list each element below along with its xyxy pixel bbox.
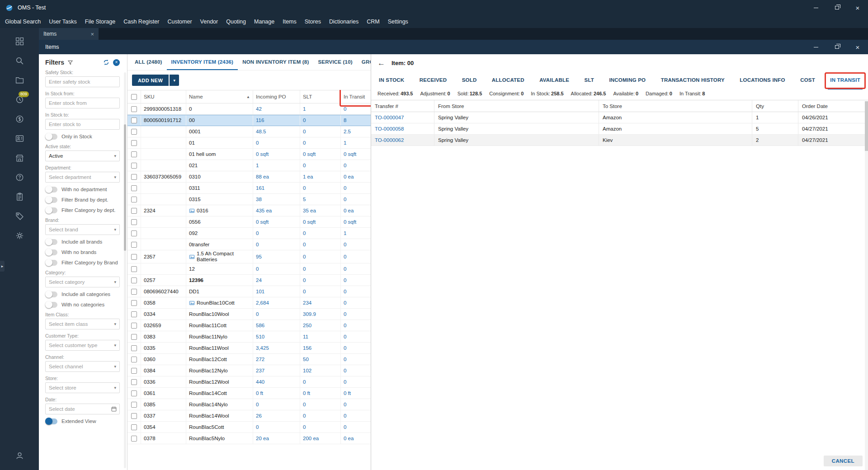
date-input[interactable] <box>45 404 120 414</box>
item-row[interactable]: 0334RounBlac10Wool0309.90 <box>127 309 371 320</box>
detail-tab-in-stock[interactable]: IN STOCK <box>377 71 406 89</box>
item-row[interactable]: 23240316435 ea35 ea0 ea <box>127 205 371 216</box>
item-class-select[interactable]: Select item class▾ <box>45 319 120 329</box>
transfer-column-transfer[interactable]: Transfer # <box>371 100 434 112</box>
sidebar-user-icon[interactable] <box>9 446 29 465</box>
detail-tab-slt[interactable]: SLT <box>582 71 596 89</box>
sidebar-help-icon[interactable] <box>9 168 29 187</box>
row-checkbox[interactable] <box>131 289 137 295</box>
row-checkbox[interactable] <box>131 390 137 396</box>
cancel-button[interactable]: CANCEL <box>824 456 863 466</box>
toggle-switch[interactable] <box>45 260 57 266</box>
row-checkbox[interactable] <box>131 368 137 374</box>
column-header-name[interactable]: Name▲ <box>186 90 253 103</box>
toggle-only-in-stock[interactable]: Only in Stock <box>45 133 120 140</box>
inner-close-button[interactable]: × <box>847 40 868 54</box>
transfer-number-link[interactable]: TO-0000047 <box>371 112 434 123</box>
store-select[interactable]: Select store▾ <box>45 382 120 393</box>
item-row[interactable]: 3360373065059031088 ea1 ea0 ea <box>127 171 371 183</box>
row-checkbox[interactable] <box>131 140 137 146</box>
menu-item-dictionaries[interactable]: Dictionaries <box>325 15 363 28</box>
menu-item-items[interactable]: Items <box>278 15 301 28</box>
toggle-with-no-brands[interactable]: With no brands <box>45 249 120 256</box>
item-row[interactable]: 0transfer000 <box>127 239 371 250</box>
minimize-button[interactable] <box>806 0 826 15</box>
detail-tab-received[interactable]: RECEIVED <box>417 71 449 89</box>
detail-tab-available[interactable]: AVAILABLE <box>537 71 571 89</box>
menu-item-global-search[interactable]: Global Search <box>1 15 45 28</box>
toggle-include-all-categories[interactable]: Include all categories <box>45 291 120 298</box>
add-new-dropdown-button[interactable]: ▾ <box>170 75 179 86</box>
item-row[interactable]: 0378RounBlac5Nylo20 ea200 ea0 ea <box>127 433 371 444</box>
row-checkbox[interactable] <box>131 151 137 157</box>
detail-scrollbar[interactable] <box>865 101 868 470</box>
row-checkbox[interactable] <box>131 413 137 419</box>
brand-select[interactable]: Select brand▾ <box>45 224 120 235</box>
detail-tab-incoming-po[interactable]: INCOMING PO <box>607 71 648 89</box>
transfer-column-qty[interactable]: Qty <box>752 100 798 112</box>
sidebar-dashboard-icon[interactable] <box>9 32 29 51</box>
safety-stock-input[interactable] <box>45 76 120 87</box>
department-select[interactable]: Select department▾ <box>45 172 120 183</box>
row-checkbox[interactable] <box>131 379 137 385</box>
sidebar-store-icon[interactable] <box>9 148 29 168</box>
row-checkbox[interactable] <box>131 277 137 283</box>
row-checkbox[interactable] <box>131 129 137 135</box>
item-row[interactable]: 0358RounBlac10Cott2,6842340 <box>127 297 371 309</box>
row-checkbox[interactable] <box>131 402 137 408</box>
menu-item-crm[interactable]: CRM <box>363 15 383 28</box>
toggle-switch[interactable] <box>45 418 57 424</box>
row-checkbox[interactable] <box>131 230 137 236</box>
detail-tab-in-transit[interactable]: IN TRANSIT <box>828 71 863 89</box>
row-checkbox[interactable] <box>131 436 137 442</box>
transfer-column-from-store[interactable]: From Store <box>434 100 599 112</box>
toggle-extended-view[interactable]: Extended View <box>45 418 120 425</box>
toggle-switch[interactable] <box>45 187 57 193</box>
item-row[interactable]: 299930005131804210 <box>127 103 371 115</box>
row-checkbox[interactable] <box>131 219 137 225</box>
row-checkbox[interactable] <box>131 311 137 317</box>
item-row[interactable]: 0257123962400 <box>127 275 371 286</box>
maximize-button[interactable] <box>826 0 847 15</box>
item-row[interactable]: 0335RounBlac11Wool3,4251560 <box>127 343 371 354</box>
row-checkbox[interactable] <box>131 242 137 248</box>
row-checkbox[interactable] <box>131 208 137 214</box>
sidebar-clipboard-icon[interactable] <box>9 187 29 207</box>
row-checkbox[interactable] <box>131 300 137 306</box>
transfer-number-link[interactable]: TO-0000058 <box>371 123 434 134</box>
row-checkbox[interactable] <box>131 197 137 202</box>
toggle-switch[interactable] <box>45 291 57 297</box>
row-checkbox[interactable] <box>131 174 137 180</box>
row-checkbox[interactable] <box>131 424 137 430</box>
toggle-switch[interactable] <box>45 239 57 245</box>
menu-item-manage[interactable]: Manage <box>250 15 278 28</box>
item-row[interactable]: 0354RounBlac5Cott000 <box>127 422 371 433</box>
in-stock-from-input[interactable] <box>45 98 120 108</box>
transfer-row[interactable]: TO-0000047Spring ValleyAmazon104/26/2021 <box>371 112 868 123</box>
row-checkbox[interactable] <box>131 118 137 123</box>
transfer-column-to-store[interactable]: To Store <box>599 100 752 112</box>
sidebar-tag-icon[interactable] <box>9 207 29 226</box>
row-checkbox[interactable] <box>131 106 137 112</box>
active-state-select[interactable]: Active▾ <box>45 150 120 161</box>
item-row[interactable]: 01001 <box>127 137 371 149</box>
item-row[interactable]: 0383RounBlac11Nylo510110 <box>127 331 371 343</box>
column-header-slt[interactable]: SLT <box>300 90 341 103</box>
channel-select[interactable]: Select channel▾ <box>45 361 120 372</box>
toggle-switch[interactable] <box>45 207 57 213</box>
item-type-tab-service-10[interactable]: SERVICE (10) <box>313 54 357 70</box>
row-checkbox[interactable] <box>131 345 137 351</box>
sidebar-settings-icon[interactable] <box>9 226 29 245</box>
toggle-filter-category-by-brand[interactable]: Filter Category by Brand <box>45 259 120 266</box>
detail-tab-allocated[interactable]: ALLOCATED <box>490 71 527 89</box>
item-row[interactable]: 0337RounBlac14Wool2600 <box>127 410 371 422</box>
item-row[interactable]: 000148.502.5 <box>127 126 371 137</box>
row-checkbox[interactable] <box>131 163 137 169</box>
detail-scrollbar-thumb[interactable] <box>865 101 868 151</box>
toggle-switch[interactable] <box>45 134 57 140</box>
detail-tab-sold[interactable]: SOLD <box>460 71 479 89</box>
transfer-column-order-date[interactable]: Order Date <box>798 100 868 112</box>
inner-minimize-button[interactable] <box>806 40 826 54</box>
item-row[interactable]: 092001 <box>127 228 371 239</box>
filters-scrollbar-thumb[interactable] <box>124 124 126 251</box>
